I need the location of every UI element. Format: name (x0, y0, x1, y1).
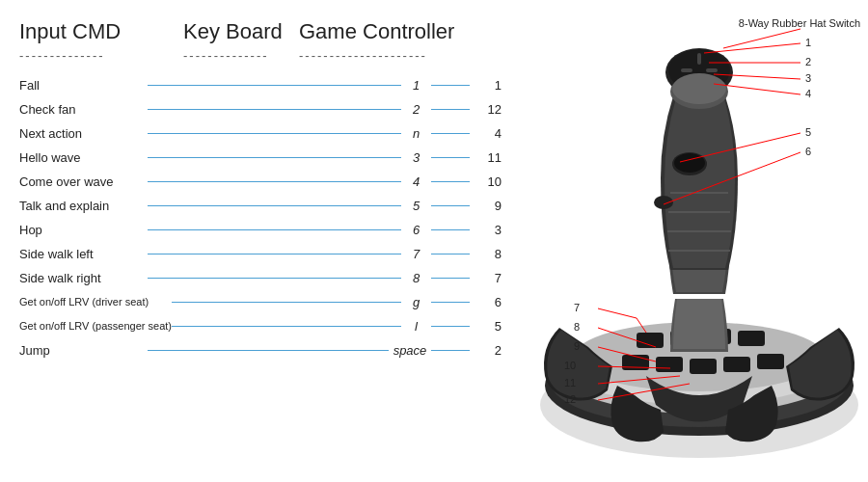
connector-line-2 (431, 205, 470, 206)
game-value: 2 (473, 343, 502, 358)
game-value: 8 (473, 247, 502, 261)
keyboard-key: l (404, 319, 428, 334)
cmd-label: Get on/off LRV (passenger seat) (19, 320, 169, 332)
divider-keyboard: -------------- (183, 48, 299, 63)
svg-text:10: 10 (564, 360, 576, 371)
svg-line-37 (598, 308, 637, 318)
svg-point-21 (654, 196, 673, 209)
svg-text:1: 1 (805, 37, 811, 48)
svg-text:4: 4 (805, 88, 811, 99)
table-row: Hop63 (19, 219, 502, 240)
headers-row: Input CMD Key Board Game Controller (19, 19, 502, 44)
svg-rect-27 (706, 68, 718, 72)
keyboard-key: g (404, 295, 428, 309)
connector-line-1 (172, 302, 401, 303)
connector-line-1 (148, 85, 401, 86)
main-container: Input CMD Key Board Game Controller ----… (0, 0, 868, 482)
cmd-label: Check fan (19, 102, 145, 117)
keyboard-key: 7 (404, 247, 428, 261)
svg-text:8: 8 (574, 321, 580, 333)
connector-line-1 (148, 205, 401, 206)
svg-rect-9 (738, 331, 765, 346)
command-rows: Fall11Check fan212Next actionn4Hello wav… (19, 74, 502, 361)
table-row: Hello wave311 (19, 147, 502, 168)
cmd-label: Hop (19, 223, 145, 237)
cmd-label: Come over wave (19, 174, 145, 189)
connector-line-1 (148, 278, 401, 279)
connector-line-1 (148, 350, 389, 351)
svg-text:5: 5 (805, 126, 811, 138)
divider-game: --------------------- (299, 48, 473, 63)
connector-line-1 (148, 109, 401, 110)
connector-line-2 (431, 302, 470, 303)
table-row: Come over wave410 (19, 171, 502, 192)
connector-line-1 (148, 181, 401, 182)
input-cmd-header: Input CMD (19, 19, 183, 44)
game-header: Game Controller (299, 19, 473, 44)
connector-line-2 (431, 109, 470, 110)
connector-line-2 (431, 229, 470, 230)
svg-text:12: 12 (564, 393, 576, 405)
connector-line-1 (148, 229, 401, 230)
svg-rect-6 (637, 333, 664, 348)
svg-rect-24 (697, 53, 701, 65)
connector-line-2 (431, 157, 470, 158)
cmd-label: Jump (19, 343, 145, 358)
game-value: 3 (473, 223, 502, 237)
right-panel: 8-Way Rubber Hat Switch (511, 0, 868, 482)
keyboard-key: 6 (404, 223, 428, 237)
joystick-svg: 1 2 3 4 5 6 7 8 9 10 11 12 (521, 19, 868, 472)
table-row: Check fan212 (19, 98, 502, 120)
svg-rect-12 (690, 359, 717, 374)
table-row: Talk and explain59 (19, 195, 502, 216)
svg-line-55 (723, 29, 800, 48)
connector-line-2 (431, 350, 470, 351)
cmd-label: Next action (19, 126, 145, 141)
table-row: Fall11 (19, 74, 502, 95)
keyboard-key: 2 (404, 102, 428, 117)
svg-text:9: 9 (574, 340, 580, 352)
keyboard-key: n (404, 126, 428, 141)
divider-input: -------------- (19, 48, 183, 63)
game-value: 10 (473, 174, 502, 189)
table-row: Get on/off LRV (passenger seat)l5 (19, 315, 502, 336)
table-row: Side walk right87 (19, 267, 502, 288)
game-value: 7 (473, 271, 502, 285)
keyboard-key: space (392, 343, 428, 358)
connector-line-1 (148, 254, 401, 254)
table-row: Get on/off LRV (driver seat)g6 (19, 291, 502, 312)
game-value: 6 (473, 295, 502, 309)
cmd-label: Side walk right (19, 271, 145, 285)
cmd-label: Fall (19, 78, 145, 93)
keyboard-key: 4 (404, 174, 428, 189)
svg-rect-26 (681, 68, 692, 72)
connector-line-1 (148, 157, 401, 158)
connector-line-2 (431, 254, 470, 254)
connector-line-2 (431, 326, 470, 327)
cmd-label: Talk and explain (19, 199, 145, 213)
svg-text:3: 3 (805, 72, 811, 84)
svg-rect-11 (656, 357, 683, 372)
game-value: 12 (473, 102, 502, 117)
svg-text:11: 11 (564, 377, 576, 388)
svg-text:2: 2 (805, 56, 811, 67)
game-value: 11 (473, 150, 502, 165)
game-value: 1 (473, 78, 502, 93)
table-row: Side walk left78 (19, 243, 502, 264)
svg-point-20 (674, 153, 705, 173)
svg-rect-14 (757, 354, 784, 369)
connector-line-2 (431, 133, 470, 134)
connector-line-2 (431, 181, 470, 182)
keyboard-key: 1 (404, 78, 428, 93)
svg-line-30 (704, 43, 800, 53)
divider-row: -------------- -------------- ----------… (19, 48, 502, 63)
connector-line-1 (148, 133, 401, 134)
svg-text:6: 6 (805, 146, 811, 157)
connector-line-2 (431, 85, 470, 86)
keyboard-key: 5 (404, 199, 428, 213)
keyboard-key: 8 (404, 271, 428, 285)
connector-line-1 (172, 326, 401, 327)
left-panel: Input CMD Key Board Game Controller ----… (0, 0, 511, 482)
game-value: 4 (473, 126, 502, 141)
cmd-label: Get on/off LRV (driver seat) (19, 296, 169, 308)
